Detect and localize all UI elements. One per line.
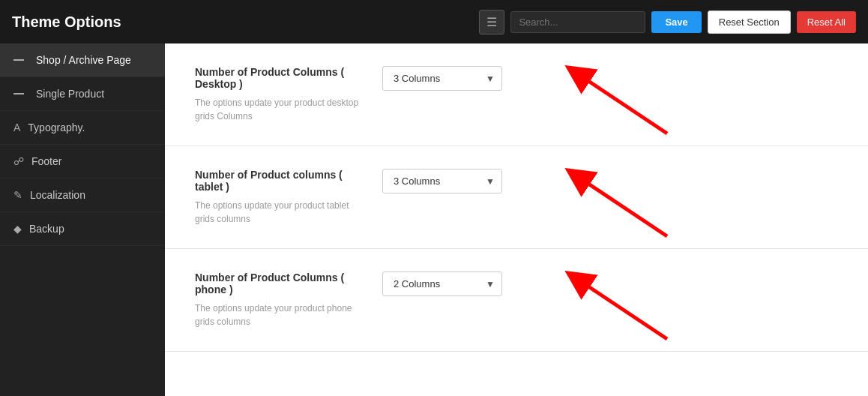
reset-section-button[interactable]: Reset Section: [708, 10, 791, 34]
setting-desc-tablet: The options update your product tablet g…: [195, 199, 360, 226]
setting-control-tablet: 1 Column 2 Columns 3 Columns 4 Columns ▼: [382, 169, 502, 194]
reset-all-button[interactable]: Reset All: [797, 11, 856, 33]
setting-label-block-phone: Number of Product Columns ( phone ) The …: [195, 272, 360, 328]
sidebar-item-label: Backup: [29, 223, 64, 235]
save-button[interactable]: Save: [651, 11, 701, 33]
backup-icon: ◆: [13, 223, 22, 235]
setting-label-phone: Number of Product Columns ( phone ): [195, 272, 360, 296]
red-arrow-2: [532, 154, 682, 244]
dropdown-wrapper-tablet: 1 Column 2 Columns 3 Columns 4 Columns ▼: [382, 169, 502, 194]
sidebar-item-shop-archive[interactable]: Shop / Archive Page: [0, 44, 165, 77]
sidebar: Shop / Archive Page Single Product A Typ…: [0, 44, 165, 396]
localization-icon: ✎: [13, 189, 22, 201]
sidebar-item-typography[interactable]: A Typography.: [0, 111, 165, 145]
sidebar-item-label: Shop / Archive Page: [36, 54, 131, 66]
setting-desc-phone: The options update your product phone gr…: [195, 302, 360, 328]
typography-icon: A: [13, 122, 20, 134]
page-title: Theme Options: [12, 14, 479, 31]
red-arrow-1: [532, 51, 682, 141]
sidebar-item-label: Localization: [30, 189, 85, 201]
sidebar-item-label: Footer: [31, 155, 61, 167]
dropdown-wrapper-phone: 1 Column 2 Columns 3 Columns ▼: [382, 272, 502, 296]
footer-icon: ☍: [13, 155, 24, 167]
sidebar-item-label: Typography.: [28, 122, 85, 134]
setting-row-desktop: Number of Product Columns ( Desktop ) Th…: [165, 44, 868, 146]
search-input[interactable]: [510, 11, 645, 33]
dropdown-wrapper-desktop: 1 Column 3 Columns 4 Columns 5 Columns ▼: [382, 66, 502, 91]
setting-control-desktop: 1 Column 3 Columns 4 Columns 5 Columns ▼: [382, 66, 502, 91]
main-content: Number of Product Columns ( Desktop ) Th…: [165, 44, 868, 396]
setting-control-phone: 1 Column 2 Columns 3 Columns ▼: [382, 272, 502, 296]
sidebar-item-footer[interactable]: ☍ Footer: [0, 145, 165, 178]
list-icon-button[interactable]: ☰: [479, 10, 504, 34]
sidebar-item-label: Single Product: [36, 88, 104, 100]
phone-columns-select[interactable]: 1 Column 2 Columns 3 Columns: [382, 272, 502, 296]
setting-row-phone: Number of Product Columns ( phone ) The …: [165, 249, 868, 352]
desktop-columns-select[interactable]: 1 Column 3 Columns 4 Columns 5 Columns: [382, 66, 502, 91]
header-controls: ☰ Save Reset Section Reset All: [479, 10, 856, 34]
setting-row-tablet: Number of Product columns ( tablet ) The…: [165, 146, 868, 249]
setting-label-block-tablet: Number of Product columns ( tablet ) The…: [195, 169, 360, 226]
red-arrow-3: [532, 256, 682, 346]
setting-label-tablet: Number of Product columns ( tablet ): [195, 169, 360, 193]
sidebar-item-single-product[interactable]: Single Product: [0, 77, 165, 111]
dash-icon: [13, 93, 24, 94]
sidebar-item-localization[interactable]: ✎ Localization: [0, 178, 165, 212]
sidebar-item-backup[interactable]: ◆ Backup: [0, 212, 165, 246]
setting-label-block-desktop: Number of Product Columns ( Desktop ) Th…: [195, 66, 360, 123]
header: Theme Options ☰ Save Reset Section Reset…: [0, 0, 868, 44]
body-layout: Shop / Archive Page Single Product A Typ…: [0, 44, 868, 396]
setting-desc-desktop: The options update your product desktop …: [195, 96, 360, 123]
setting-label-desktop: Number of Product Columns ( Desktop ): [195, 66, 360, 90]
tablet-columns-select[interactable]: 1 Column 2 Columns 3 Columns 4 Columns: [382, 169, 502, 194]
dash-icon: [13, 59, 24, 61]
